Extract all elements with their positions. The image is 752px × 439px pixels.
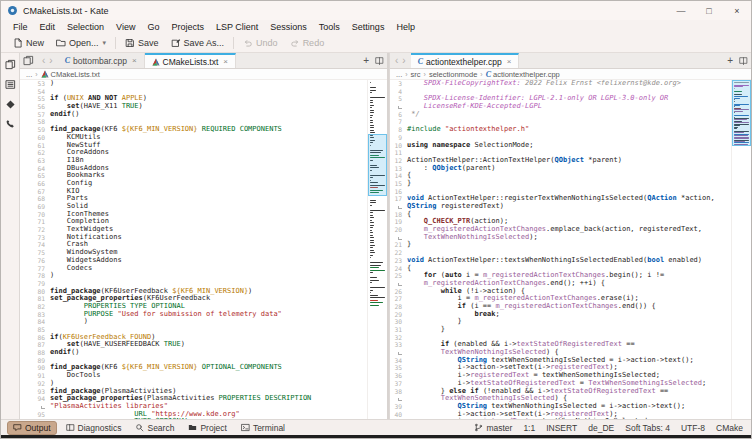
tab-CMakeLists-txt[interactable]: CMakeLists.txt× [145,53,236,68]
tab-nav-back-button[interactable]: ‹ [393,55,400,66]
line-number: 8 [390,126,407,134]
code-line: 78) [20,272,367,280]
git-branch-status[interactable]: master [474,423,512,433]
project-tool-button[interactable]: Project [183,422,231,434]
breadcrumb-item[interactable]: ... [396,70,402,79]
minimap-bar [370,230,372,231]
close-button[interactable]: × [723,1,751,20]
symbols-tool-button[interactable] [5,119,15,129]
line-number: 30 [390,318,407,326]
minimap-bar [370,110,374,111]
minimap-bar [370,265,381,266]
tab-nav-forward-button[interactable]: › [400,55,407,66]
minimize-button[interactable]: — [667,1,695,20]
breadcrumb-label: ... [26,70,32,79]
minimap-bar [370,240,374,241]
syntax-mode-status[interactable]: CMake [716,423,743,433]
code-line: 3 SPDX-FileCopyrightText: 2022 Felix Ern… [390,80,731,88]
line-number: 90 [20,364,50,372]
open-button[interactable]: Open...▾ [50,36,112,51]
minimap-viewport[interactable] [732,80,751,146]
left-code-area[interactable]: 53)5455if (UNIX AND NOT APPLE)56 set(HAV… [20,80,367,419]
undo-label: Undo [256,38,278,48]
menu-sessions[interactable]: Sessions [264,22,313,32]
code-text: QString registeredText) [407,203,504,211]
line-number: 27 [390,295,407,303]
save-button[interactable]: Save [119,36,165,51]
save-as-button[interactable]: Save As... [165,36,231,51]
tab-nav-back-button[interactable]: ‹ [40,55,47,66]
redo-label: Redo [303,38,325,48]
breadcrumb-item[interactable]: ... [26,70,32,79]
menu-edit[interactable]: Edit [34,22,62,32]
project-label: Project [200,423,226,433]
output-tool-button[interactable]: Output [7,421,57,435]
input-mode-status[interactable]: INSERT [546,423,577,433]
line-number: 76 [20,257,50,265]
tab-nav: ‹› [37,53,58,68]
code-text: TextWhenNothingIsSelected); [407,234,538,242]
new-button[interactable]: New [7,36,50,51]
tab-close-icon[interactable]: × [223,57,228,66]
new-tab-button[interactable]: + [724,53,736,68]
terminal-tool-button[interactable]: Terminal [236,422,290,434]
project-tool-button[interactable] [5,99,16,110]
breadcrumb-item[interactable]: Cactiontexthelper.cpp [486,70,560,79]
cursor-position-status[interactable]: 1:1 [523,423,535,433]
documents-tool-button[interactable] [5,59,16,70]
tab-nav: ‹› [390,53,411,68]
line-number: 77 [20,265,50,273]
line-number: 6 [390,111,407,119]
tab-settings-status[interactable]: Soft Tabs: 4 [625,423,670,433]
redo-button[interactable]: Redo [284,36,331,51]
right-minimap-scrollbar[interactable] [731,80,751,419]
dictionary-status[interactable]: de_DE [588,423,614,433]
tab-label: bottombar.cpp [73,56,127,66]
breadcrumb-item[interactable]: CMakeLists.txt [41,70,100,79]
minimap-bar [370,90,376,91]
new-tab-button[interactable]: + [360,53,372,68]
tab-close-icon[interactable]: × [132,56,137,65]
right-code-area[interactable]: 3 SPDX-FileCopyrightText: 2022 Felix Ern… [390,80,731,419]
code-text: } [407,326,445,334]
breadcrumb-label: selectionmode [429,70,477,79]
line-number: 62 [20,149,50,157]
split-view-button[interactable] [736,53,751,68]
left-tabbar: ‹›Cbottombar.cpp×CMakeLists.txt×+ [20,53,387,69]
tab-actiontexthelper-cpp[interactable]: Cactiontexthelper.cpp× [411,53,520,68]
menu-tools[interactable]: Tools [313,22,346,32]
filesystem-tool-button[interactable] [5,79,16,90]
line-number: 12 [390,157,407,165]
menu-settings[interactable]: Settings [346,22,391,32]
minimap-bar [370,295,378,296]
menu-lsp-client[interactable]: LSP Client [210,22,264,32]
terminal-icon [241,423,250,432]
menu-go[interactable]: Go [141,22,165,32]
menu-file[interactable]: File [7,22,34,32]
breadcrumb-item[interactable]: selectionmode [429,70,477,79]
code-line: 6 */ [390,111,731,119]
tab-nav-forward-button[interactable]: › [47,55,54,66]
encoding-status[interactable]: UTF-8 [681,423,705,433]
menu-selection[interactable]: Selection [61,22,110,32]
left-minimap-scrollbar[interactable] [367,80,387,419]
documents-list-button[interactable] [20,53,37,68]
minimap-viewport[interactable] [368,134,387,196]
tab-bottombar-cpp[interactable]: Cbottombar.cpp× [58,53,145,68]
menu-help[interactable]: Help [390,22,421,32]
line-number: 14 [390,172,407,180]
split-view-button[interactable] [372,53,387,68]
search-tool-button[interactable]: Search [130,422,179,434]
line-number: 40 [390,411,407,419]
line-number: 26 [390,288,407,296]
tab-close-icon[interactable]: × [507,57,512,66]
line-number: 88 [20,349,50,357]
code-text: ) [50,80,54,88]
breadcrumb-item[interactable]: src [411,70,421,79]
diagnostics-tool-button[interactable]: Diagnostics [61,422,127,434]
main-area: ‹›Cbottombar.cpp×CMakeLists.txt×+...›CMa… [1,53,751,419]
undo-button[interactable]: Undo [237,36,284,51]
menu-projects[interactable]: Projects [165,22,210,32]
maximize-button[interactable]: □ [695,1,723,20]
menu-view[interactable]: View [110,22,141,32]
